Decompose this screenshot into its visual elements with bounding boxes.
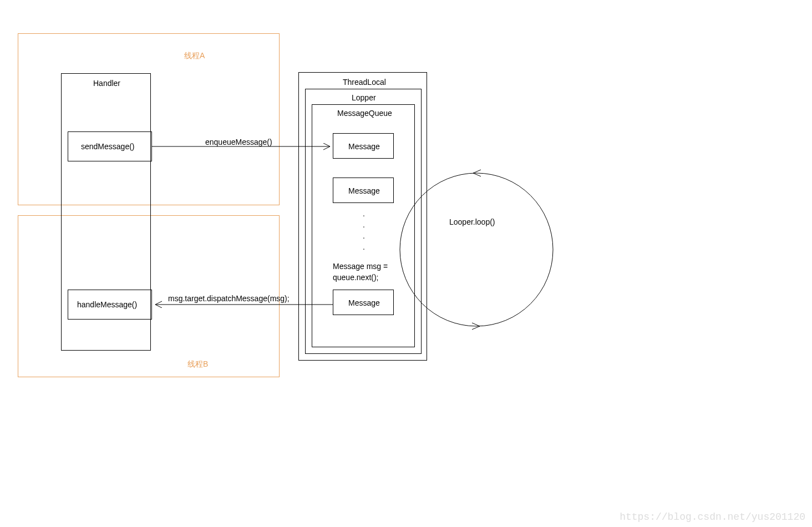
queue-dots: · · · ·: [363, 210, 365, 254]
message-2-label: Message: [348, 186, 380, 195]
looper-loop-label: Looper.loop(): [449, 217, 495, 226]
handle-message-label: handleMessage(): [77, 300, 137, 309]
dispatch-message-label: msg.target.dispatchMessage(msg);: [168, 294, 290, 303]
thread-a-title: 线程A: [184, 51, 205, 61]
message-last-label: Message: [348, 298, 380, 307]
thread-b-title: 线程B: [187, 359, 208, 369]
enqueue-message-label: enqueueMessage(): [205, 138, 272, 146]
send-message-label: sendMessage(): [81, 142, 135, 151]
handler-title: Handler: [93, 79, 120, 88]
dequeue-label: Message msg = queue.next();: [333, 261, 405, 283]
threadlocal-title: ThreadLocal: [343, 78, 386, 87]
message-1-label: Message: [348, 142, 380, 151]
watermark: https://blog.csdn.net/yus201120: [620, 511, 805, 523]
message-queue-title: MessageQueue: [337, 109, 392, 118]
looper-title: Lopper: [352, 93, 376, 102]
